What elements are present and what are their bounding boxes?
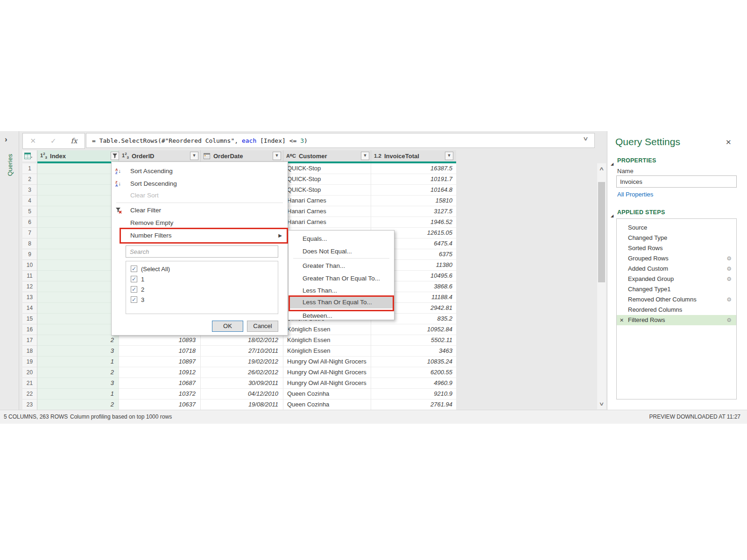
row-number[interactable]: 12 (22, 281, 37, 292)
applied-step-reordered-columns[interactable]: Reordered Columns (617, 305, 736, 315)
row-number[interactable]: 23 (22, 399, 37, 410)
applied-step-removed-other-columns[interactable]: Removed Other Columns⚙ (617, 294, 736, 305)
row-number[interactable]: 4 (22, 196, 37, 206)
checkbox-icon[interactable]: ✓ (131, 276, 137, 282)
cell-orderdate[interactable]: 30/09/2011 (201, 378, 283, 389)
row-number[interactable]: 6 (22, 217, 37, 228)
cell-orderid[interactable]: 10897 (119, 357, 201, 367)
close-icon[interactable]: ✕ (726, 138, 732, 147)
cell-index[interactable]: 1 (37, 357, 119, 367)
row-number[interactable]: 1 (22, 163, 37, 174)
cell-index[interactable] (37, 314, 119, 324)
gear-icon[interactable]: ⚙ (726, 253, 732, 264)
cell-invoicetotal[interactable]: 3127.5 (371, 206, 456, 217)
cell-index[interactable] (37, 163, 119, 174)
select-all-corner-button[interactable] (22, 150, 37, 161)
delete-step-icon[interactable]: ✕ (620, 315, 624, 325)
cell-invoicetotal[interactable]: 2761.94 (371, 399, 456, 410)
cell-index[interactable] (37, 271, 119, 281)
applied-step-changed-type1[interactable]: Changed Type1 (617, 284, 736, 294)
cell-orderid[interactable]: 10893 (119, 335, 201, 346)
query-name-field[interactable] (616, 175, 737, 188)
cell-invoicetotal[interactable]: 5502.11 (371, 335, 456, 346)
filter-search-box[interactable] (126, 245, 278, 258)
column-dropdown-icon[interactable]: ▼ (273, 152, 281, 160)
cell-customer[interactable]: QUICK-Stop (283, 185, 371, 196)
cell-invoicetotal[interactable]: 10835.24 (371, 357, 456, 367)
cell-invoicetotal[interactable]: 16387.5 (371, 163, 456, 174)
column-dropdown-icon[interactable]: ▼ (190, 152, 198, 160)
menu-item-remove-empty[interactable]: Remove Empty (112, 217, 288, 229)
cell-index[interactable] (37, 206, 119, 217)
submenu-item-between[interactable]: Between... (289, 309, 394, 322)
cell-index[interactable] (37, 196, 119, 206)
menu-item-sort-ascending[interactable]: AZ↓ Sort Ascending (112, 165, 288, 177)
row-number[interactable]: 11 (22, 271, 37, 281)
cell-orderdate[interactable]: 18/02/2012 (201, 335, 283, 346)
column-header-orderdate[interactable]: OrderDate ▼ (201, 150, 283, 161)
cell-orderdate[interactable]: 19/02/2012 (201, 357, 283, 367)
checkbox-icon[interactable]: ✓ (131, 296, 137, 303)
cell-invoicetotal[interactable]: 6200.55 (371, 367, 456, 378)
cell-orderdate[interactable]: 26/02/2012 (201, 367, 283, 378)
cell-index[interactable]: 3 (37, 378, 119, 389)
cell-customer[interactable]: QUICK-Stop (283, 163, 371, 174)
row-number[interactable]: 17 (22, 335, 37, 346)
menu-item-clear-filter[interactable]: Clear Filter (112, 204, 288, 217)
cell-customer[interactable]: Queen Cozinha (283, 389, 371, 399)
properties-collapse-icon[interactable]: ◢ (611, 159, 613, 167)
cancel-button[interactable]: Cancel (247, 321, 278, 332)
menu-item-number-filters[interactable]: Number Filters ▶ (112, 229, 288, 242)
cell-index[interactable] (37, 185, 119, 196)
row-number[interactable]: 14 (22, 303, 37, 314)
cell-index[interactable]: 1 (37, 389, 119, 399)
cell-customer[interactable]: Queen Cozinha (283, 399, 371, 410)
column-dropdown-icon[interactable]: ▼ (361, 152, 369, 160)
all-properties-link[interactable]: All Properties (617, 191, 653, 198)
column-dropdown-icon[interactable]: ▼ (445, 152, 453, 160)
row-number[interactable]: 15 (22, 314, 37, 324)
formula-bar-expand-icon[interactable]: ∨ (583, 135, 589, 142)
filter-funnel-icon[interactable] (111, 152, 119, 160)
gear-icon[interactable]: ⚙ (726, 294, 732, 305)
cell-customer[interactable]: Königlich Essen (283, 335, 371, 346)
cell-orderid[interactable]: 10637 (119, 399, 201, 410)
cell-orderdate[interactable]: 27/10/2011 (201, 346, 283, 357)
cell-customer[interactable]: Hungry Owl All-Night Grocers (283, 357, 371, 367)
menu-item-sort-descending[interactable]: ZA↓ Sort Descending (112, 177, 288, 190)
submenu-item-greater-than-or-equal-to[interactable]: Greater Than Or Equal To... (289, 272, 394, 285)
filter-value-item[interactable]: ✓3 (131, 295, 144, 304)
cell-invoicetotal[interactable]: 3463 (371, 346, 456, 357)
column-header-orderid[interactable]: 123 OrderID ▼ (119, 150, 201, 161)
row-number[interactable]: 8 (22, 238, 37, 249)
vertical-scrollbar[interactable]: ∧ ∨ (597, 163, 606, 409)
applied-step-added-custom[interactable]: Added Custom⚙ (617, 264, 736, 274)
filter-value-item[interactable]: ✓2 (131, 285, 144, 294)
applied-steps-collapse-icon[interactable]: ◢ (611, 210, 613, 219)
applied-step-source[interactable]: Source (617, 223, 736, 233)
scroll-down-icon[interactable]: ∨ (595, 401, 608, 407)
row-number[interactable]: 9 (22, 249, 37, 260)
applied-step-filtered-rows[interactable]: ✕Filtered Rows⚙ (617, 315, 736, 325)
cell-invoicetotal[interactable]: 1946.52 (371, 217, 456, 228)
filter-value-item[interactable]: ✓1 (131, 274, 144, 284)
row-number[interactable]: 2 (22, 174, 37, 185)
cell-index[interactable] (37, 281, 119, 292)
column-header-invoicetotal[interactable]: 1.2 InvoiceTotal ▼ (371, 150, 456, 161)
cell-customer[interactable]: Hanari Carnes (283, 196, 371, 206)
gear-icon[interactable]: ⚙ (726, 315, 732, 325)
applied-step-sorted-rows[interactable]: Sorted Rows (617, 243, 736, 253)
row-number[interactable]: 19 (22, 357, 37, 367)
cell-invoicetotal[interactable]: 10191.7 (371, 174, 456, 185)
submenu-item-less-than[interactable]: Less Than... (289, 284, 394, 297)
filter-value-item[interactable]: ✓(Select All) (131, 264, 170, 273)
scroll-up-icon[interactable]: ∧ (595, 166, 608, 172)
cell-orderid[interactable]: 10718 (119, 346, 201, 357)
submenu-item-equals[interactable]: Equals... (289, 232, 394, 245)
cell-customer[interactable]: Hungry Owl All-Night Grocers (283, 367, 371, 378)
submenu-item-does-not-equal[interactable]: Does Not Equal... (289, 245, 394, 258)
cell-index[interactable] (37, 249, 119, 260)
cell-orderdate[interactable]: 19/08/2011 (201, 399, 283, 410)
cell-invoicetotal[interactable]: 9210.9 (371, 389, 456, 399)
row-number[interactable]: 18 (22, 346, 37, 357)
